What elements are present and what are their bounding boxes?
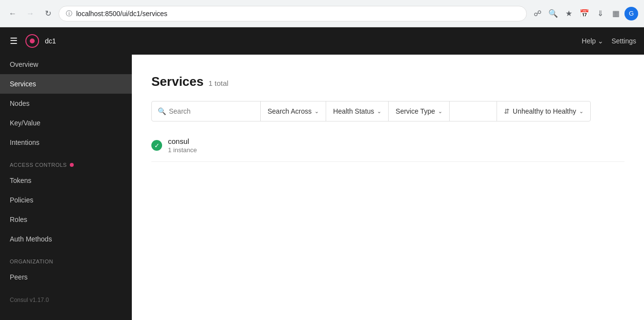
- back-button[interactable]: ←: [6, 7, 20, 20]
- sidebar-item-auth-methods-label: Auth Methods: [10, 235, 52, 243]
- access-controls-label: ACCESS CONTROLS: [10, 162, 67, 168]
- sidebar-item-nodes-label: Nodes: [10, 100, 29, 107]
- sidebar-version: Consul v1.17.0: [0, 287, 132, 313]
- sort-icon: ⇵: [504, 107, 510, 115]
- bookmark-icon[interactable]: ★: [562, 7, 576, 20]
- table-row[interactable]: ✓ consul 1 instance: [151, 129, 624, 162]
- consul-logo-inner: [30, 39, 35, 43]
- health-passing-icon: ✓: [151, 140, 162, 151]
- sidebar-item-peers[interactable]: Peers: [0, 267, 132, 287]
- sidebar: Overview Services Nodes Key/Value Intent…: [0, 55, 132, 320]
- sidebar-item-key-value[interactable]: Key/Value: [0, 113, 132, 133]
- history-icon[interactable]: 📅: [578, 7, 591, 20]
- sidebar-item-overview-label: Overview: [10, 60, 38, 68]
- search-icon: 🔍: [158, 107, 166, 115]
- sort-dropdown[interactable]: ⇵ Unhealthy to Healthy ⌄: [497, 101, 590, 121]
- sidebar-item-intentions-label: Intentions: [10, 139, 40, 146]
- sidebar-item-services[interactable]: Services: [0, 74, 132, 94]
- app-wrapper: ☰ dc1 Help ⌄ Settings Overview Services: [0, 27, 644, 320]
- datacenter-label: dc1: [45, 37, 56, 45]
- access-controls-section: ACCESS CONTROLS: [0, 152, 132, 171]
- search-wrapper: 🔍: [152, 101, 261, 121]
- health-status-dropdown[interactable]: Health Status ⌄: [326, 101, 389, 121]
- search-across-chevron-icon: ⌄: [314, 108, 319, 115]
- help-chevron-icon: ⌄: [598, 37, 603, 45]
- sidebar-item-peers-label: Peers: [10, 273, 28, 281]
- service-type-chevron-icon: ⌄: [438, 108, 442, 115]
- health-status-label: Health Status: [333, 107, 374, 115]
- consul-logo-icon: [25, 34, 39, 48]
- zoom-icon[interactable]: 🔍: [546, 7, 560, 20]
- sidebar-item-auth-methods[interactable]: Auth Methods: [0, 229, 132, 249]
- search-input[interactable]: [169, 107, 254, 115]
- organization-section: ORGANIZATION: [0, 249, 132, 267]
- settings-link[interactable]: Settings: [611, 37, 636, 45]
- search-across-dropdown[interactable]: Search Across ⌄: [261, 101, 326, 121]
- sidebar-item-overview[interactable]: Overview: [0, 55, 132, 74]
- service-type-dropdown[interactable]: Service Type ⌄: [389, 101, 450, 121]
- download-icon[interactable]: ⇓: [593, 7, 607, 20]
- sidebar-item-policies[interactable]: Policies: [0, 190, 132, 210]
- service-info: consul 1 instance: [168, 137, 197, 154]
- sidebar-item-tokens-label: Tokens: [10, 177, 31, 184]
- consul-logo: [25, 34, 39, 48]
- health-status-chevron-icon: ⌄: [377, 108, 381, 115]
- hamburger-button[interactable]: ☰: [8, 34, 20, 48]
- search-across-label: Search Across: [268, 107, 312, 115]
- filter-bar: 🔍 Search Across ⌄ Health Status ⌄ Servic…: [151, 101, 591, 121]
- top-nav-left: ☰ dc1: [8, 34, 582, 48]
- page-title: Services: [151, 74, 204, 89]
- page-count: 1 total: [208, 79, 229, 87]
- version-label: Consul v1.17.0: [10, 297, 49, 303]
- sort-chevron-icon: ⌄: [579, 108, 583, 115]
- service-name: consul: [168, 137, 197, 145]
- sidebar-item-services-label: Services: [10, 80, 36, 88]
- lock-icon: ⓘ: [66, 9, 72, 18]
- reload-button[interactable]: ↻: [41, 7, 55, 20]
- sidebar-item-policies-label: Policies: [10, 196, 33, 204]
- help-link[interactable]: Help ⌄: [582, 37, 604, 45]
- help-label: Help: [582, 37, 596, 45]
- browser-chrome: ← → ↻ ⓘ localhost:8500/ui/dc1/services ☍…: [0, 0, 644, 27]
- service-type-label: Service Type: [395, 107, 435, 115]
- sidebar-browser-icon[interactable]: ▦: [609, 7, 623, 20]
- browser-toolbar: ☍ 🔍 ★ 📅 ⇓ ▦ G: [531, 7, 638, 20]
- main-area: Overview Services Nodes Key/Value Intent…: [0, 55, 644, 320]
- content-area: Services 1 total 🔍 Search Across ⌄ Healt…: [132, 55, 644, 320]
- address-url: localhost:8500/ui/dc1/services: [76, 10, 519, 18]
- address-bar[interactable]: ⓘ localhost:8500/ui/dc1/services: [59, 6, 527, 21]
- top-nav: ☰ dc1 Help ⌄ Settings: [0, 27, 644, 55]
- sort-label: Unhealthy to Healthy: [513, 107, 576, 115]
- sidebar-item-nodes[interactable]: Nodes: [0, 94, 132, 113]
- profile-avatar[interactable]: G: [624, 7, 638, 20]
- sidebar-item-tokens[interactable]: Tokens: [0, 171, 132, 190]
- access-controls-dot: [70, 163, 74, 167]
- top-nav-right: Help ⌄ Settings: [582, 37, 636, 45]
- organization-label: ORGANIZATION: [10, 259, 53, 264]
- sidebar-item-roles-label: Roles: [10, 216, 27, 223]
- sidebar-item-intentions[interactable]: Intentions: [0, 133, 132, 152]
- sidebar-item-roles[interactable]: Roles: [0, 210, 132, 229]
- translate-icon[interactable]: ☍: [531, 7, 544, 20]
- service-instances: 1 instance: [168, 146, 197, 154]
- service-list: ✓ consul 1 instance: [151, 129, 624, 162]
- page-title-section: Services 1 total: [151, 74, 624, 89]
- sidebar-item-key-value-label: Key/Value: [10, 119, 41, 127]
- forward-button[interactable]: →: [23, 7, 37, 20]
